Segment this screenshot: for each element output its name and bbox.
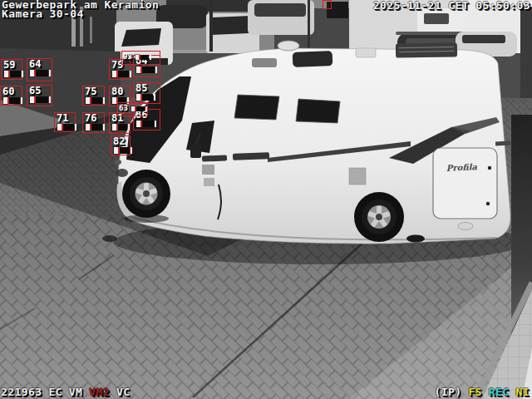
status-flag-vm: VM <box>69 386 82 398</box>
motion-zone-number: 71 <box>57 113 68 123</box>
motion-level-meter <box>136 94 155 101</box>
motion-zone-number: 85 <box>135 83 147 93</box>
motion-zone-number: 59 <box>3 60 15 70</box>
motion-zone-75: 75 <box>82 86 105 106</box>
motion-level-meter <box>57 124 76 131</box>
osd-camera-id: Kamera 30-04 <box>2 9 84 19</box>
motion-zone-number: 63 <box>119 105 128 112</box>
motion-zone-number: 65 <box>29 86 41 96</box>
motion-zone-number: 93 <box>123 53 132 61</box>
motion-level-meter <box>135 55 151 60</box>
cctv-frame: Profila <box>0 0 532 399</box>
status-flag-vc: VC <box>116 386 130 398</box>
motion-zone-85: 85 <box>133 82 160 104</box>
motion-zone-93: 93 <box>121 51 160 65</box>
motion-zone-59: 59 <box>1 59 22 80</box>
motion-level-meter <box>114 147 132 154</box>
motion-zone-number: 60 <box>2 86 14 96</box>
status-flag-221963: 221963 <box>1 386 42 398</box>
motion-zone-marker <box>323 0 332 9</box>
osd-timestamp: 2025-11-21 CET 05:50:03 <box>373 1 530 11</box>
osd-status-left: 221963ECVMVM2VC <box>1 387 130 397</box>
motion-level-meter <box>112 71 131 77</box>
status-flag-vm2: VM2 <box>89 386 110 398</box>
motion-level-meter <box>86 97 105 104</box>
motion-zone-number: 82 <box>113 136 125 146</box>
motion-level-meter <box>4 71 23 77</box>
motion-zone-63: 63 <box>117 102 148 116</box>
motion-zone-76: 76 <box>82 112 105 133</box>
motion-zone-82: 82 <box>111 135 131 155</box>
motion-zone-number: 76 <box>85 113 96 123</box>
status-flag-fs: FS <box>468 386 481 398</box>
motion-zone-number: 75 <box>85 86 96 96</box>
motion-level-meter <box>3 97 22 104</box>
motion-level-meter <box>136 121 156 127</box>
motion-zone-number: 80 <box>111 86 123 96</box>
status-flag-rec: REC <box>489 386 510 398</box>
status-flag-ip: (IP) <box>434 386 461 398</box>
motion-level-meter <box>30 96 51 103</box>
status-flag-ni: NI <box>516 386 530 398</box>
motion-zones-layer: 59647984606575808571768186829363 <box>0 0 532 399</box>
motion-level-meter <box>136 66 157 73</box>
motion-level-meter <box>30 70 51 76</box>
motion-level-meter <box>112 124 130 131</box>
motion-level-meter <box>86 124 105 131</box>
motion-zone-64: 64 <box>27 58 52 81</box>
status-flag-ec: EC <box>48 386 62 398</box>
motion-zone-60: 60 <box>0 86 22 106</box>
motion-zone-65: 65 <box>27 85 52 106</box>
motion-zone-71: 71 <box>54 112 76 132</box>
osd-status-right: (IP)FSRECNI <box>434 387 530 397</box>
motion-level-meter <box>131 106 147 111</box>
motion-zone-number: 64 <box>29 59 41 69</box>
